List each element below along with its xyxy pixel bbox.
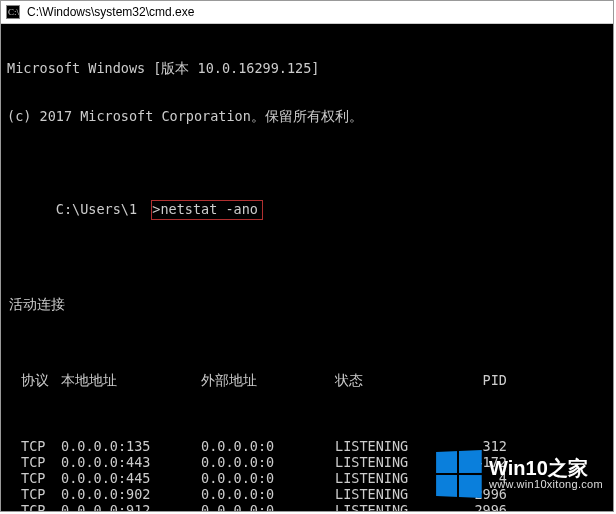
cell-pid: 4 xyxy=(455,470,511,486)
cell-pid: 4172 xyxy=(455,454,511,470)
col-foreign-header: 外部地址 xyxy=(201,372,335,388)
cell-foreign: 0.0.0.0:0 xyxy=(201,502,335,511)
cell-proto: TCP xyxy=(7,486,61,502)
table-row: TCP0.0.0.0:4450.0.0.0:0LISTENING4 xyxy=(7,470,607,486)
cell-local: 0.0.0.0:135 xyxy=(61,438,201,454)
cell-local: 0.0.0.0:912 xyxy=(61,502,201,511)
cell-proto: TCP xyxy=(7,438,61,454)
table-row: TCP0.0.0.0:9120.0.0.0:0LISTENING2996 xyxy=(7,502,607,511)
table-row: TCP0.0.0.0:1350.0.0.0:0LISTENING312 xyxy=(7,438,607,454)
col-local-header: 本地地址 xyxy=(61,372,201,388)
cell-state: LISTENING xyxy=(335,470,455,486)
cell-state: LISTENING xyxy=(335,502,455,511)
cell-state: LISTENING xyxy=(335,454,455,470)
cmd-icon: C:\ xyxy=(5,4,21,20)
command-text: netstat -ano xyxy=(160,201,258,217)
terminal-output[interactable]: Microsoft Windows [版本 10.0.16299.125] (c… xyxy=(1,24,613,511)
col-proto-header: 协议 xyxy=(7,372,61,388)
table-row: TCP0.0.0.0:4430.0.0.0:0LISTENING4172 xyxy=(7,454,607,470)
prompt-line: C:\Users\1 >netstat -ano xyxy=(7,184,607,236)
cell-proto: TCP xyxy=(7,454,61,470)
table-body: TCP0.0.0.0:1350.0.0.0:0LISTENING312TCP0.… xyxy=(7,438,607,511)
window-title: C:\Windows\system32\cmd.exe xyxy=(27,5,194,19)
cell-state: LISTENING xyxy=(335,438,455,454)
copyright-line: (c) 2017 Microsoft Corporation。保留所有权利。 xyxy=(7,108,607,124)
cell-pid: 312 xyxy=(455,438,511,454)
col-pid-header: PID xyxy=(455,372,511,388)
table-row: TCP0.0.0.0:9020.0.0.0:0LISTENING2996 xyxy=(7,486,607,502)
cell-foreign: 0.0.0.0:0 xyxy=(201,486,335,502)
cell-state: LISTENING xyxy=(335,486,455,502)
titlebar[interactable]: C:\ C:\Windows\system32\cmd.exe xyxy=(1,1,613,24)
version-line: Microsoft Windows [版本 10.0.16299.125] xyxy=(7,60,607,76)
cell-proto: TCP xyxy=(7,502,61,511)
prompt-path: C:\Users\1 xyxy=(56,201,137,217)
cell-foreign: 0.0.0.0:0 xyxy=(201,454,335,470)
cell-pid: 2996 xyxy=(455,486,511,502)
table-header: 协议 本地地址 外部地址 状态 PID xyxy=(7,372,607,388)
svg-text:C:\: C:\ xyxy=(8,7,20,17)
cell-proto: TCP xyxy=(7,470,61,486)
cell-pid: 2996 xyxy=(455,502,511,511)
cell-local: 0.0.0.0:902 xyxy=(61,486,201,502)
section-title: 活动连接 xyxy=(7,296,607,312)
command-highlight: >netstat -ano xyxy=(151,200,263,220)
cell-foreign: 0.0.0.0:0 xyxy=(201,470,335,486)
cell-local: 0.0.0.0:445 xyxy=(61,470,201,486)
cell-foreign: 0.0.0.0:0 xyxy=(201,438,335,454)
cell-local: 0.0.0.0:443 xyxy=(61,454,201,470)
col-state-header: 状态 xyxy=(335,372,455,388)
cmd-window: C:\ C:\Windows\system32\cmd.exe Microsof… xyxy=(0,0,614,512)
